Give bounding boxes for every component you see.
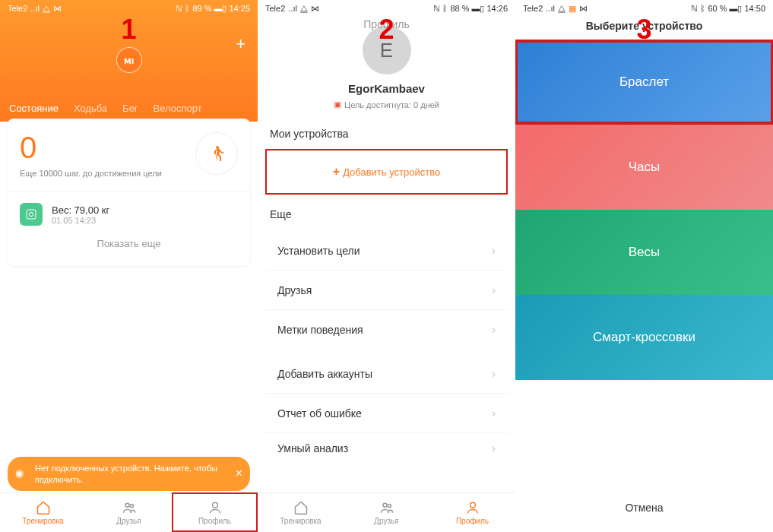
carrier-label: Tele2 [265,4,285,13]
svg-point-6 [383,503,387,507]
clock: 14:25 [229,4,250,13]
list-item-friends[interactable]: Друзья› [265,271,508,310]
my-devices-title: Мои устройства [258,117,515,146]
chevron-right-icon: › [492,407,496,420]
list-item-behavior[interactable]: Метки поведения› [265,310,508,350]
nav-profile-label: Профиль [198,517,231,525]
clock: 14:26 [486,4,508,13]
tile-label: Часы [629,160,661,175]
phone-screen-2: 2 Tele2 ..ıl ⧋ ⋈ ℕ ᛒ 88 % ▬▯ 14:26 Профи… [258,0,515,532]
cancel-button[interactable]: Отмена [515,483,773,532]
weight-row[interactable]: Вес: 79,00 кг 01.05 14:23 [20,203,238,226]
nav-profile[interactable]: Профиль [429,493,515,532]
nav-workout[interactable]: Тренировка [258,493,344,532]
svg-point-8 [470,502,475,508]
link-icon: ⋈ [53,4,62,14]
target-icon: ▣ [334,100,341,109]
phone-screen-3: 3 Tele2 ..ıl ⧋ ▦ ⋈ ℕ ᛒ 60 % ▬▯ 14:50 Выб… [515,0,773,532]
chevron-right-icon: › [492,283,496,297]
bottom-nav: Тренировка Друзья Профиль [0,492,258,532]
step-number-2: 2 [379,14,394,46]
chevron-right-icon: › [492,323,496,337]
sim-icon: ▦ [569,4,576,14]
carrier-label: Tele2 [8,4,27,13]
wifi-icon: ⧋ [43,4,50,14]
nfc-icon: ℕ [176,4,182,14]
nav-friends[interactable]: Друзья [344,493,429,532]
list-item-bug-report[interactable]: Отчет об ошибке› [265,394,508,433]
no-device-toast[interactable]: ◉ Нет подключенных устройств. Нажмите, ч… [8,457,250,491]
more-list-2: Добавить аккаунты› Отчет об ошибке› Умны… [265,354,508,464]
wifi-icon: ⧋ [300,4,308,14]
carrier-label: Tele2 [523,4,543,13]
clock: 14:50 [744,4,765,13]
device-tile-scale[interactable]: Весы [515,210,773,295]
svg-rect-1 [27,210,36,219]
link-icon: ⋈ [579,4,588,14]
user-name: EgorKambaev [258,82,515,95]
battery-icon: ▬▯ [729,4,742,14]
device-tile-watch[interactable]: Часы [515,125,773,210]
profile-icon [465,500,480,515]
chevron-right-icon: › [492,244,496,258]
bt-icon: ᛒ [700,4,705,13]
show-more-button[interactable]: Показать еще [20,226,238,252]
more-title: Еще [258,198,515,226]
profile-icon [208,500,223,515]
tile-label: Весы [629,245,661,260]
nav-profile[interactable]: Профиль [172,493,258,532]
weight-value: Вес: 79,00 кг [52,204,109,216]
add-device-button[interactable]: + Добавить устройство [265,149,508,195]
nav-friends-label: Друзья [116,517,141,525]
more-list-1: Установить цели› Друзья› Метки поведения… [265,231,508,350]
tile-label: Смарт-кроссовки [593,330,695,345]
nav-workout-label: Тренировка [22,517,63,525]
nav-workout-label: Тренировка [280,517,321,525]
svg-point-7 [388,504,391,507]
add-button[interactable]: + [236,34,246,54]
nfc-icon: ℕ [691,4,698,14]
link-icon: ⋈ [311,4,319,14]
steps-count: 0 [20,132,162,163]
friends-icon [122,500,137,515]
battery-pct: 89 % [192,4,211,13]
signal-icon: ..ıl [546,4,555,13]
battery-icon: ▬▯ [471,4,484,14]
signal-icon: ..ıl [288,4,297,13]
bottom-nav: Тренировка Друзья Профиль [258,492,515,532]
tile-label: Браслет [619,74,669,90]
bt-icon: ᛒ [442,4,448,13]
list-item-smart-analysis[interactable]: Умный анализ› [265,433,508,464]
device-tile-shoes[interactable]: Смарт-кроссовки [515,295,773,380]
list-item-goals[interactable]: Установить цели› [265,231,508,271]
chevron-right-icon: › [492,442,496,455]
walk-icon [195,132,238,175]
weight-date: 01.05 14:23 [52,216,109,225]
nfc-icon: ℕ [433,4,440,14]
bt-icon: ᛒ [185,4,190,13]
phone-screen-1: 1 Tele2 ..ıl ⧋ ⋈ ℕ ᛒ 89 % ▬▯ 14:25 + ᴍı … [0,0,258,532]
tab-state[interactable]: Состояние [9,103,59,114]
device-tile-band[interactable]: Браслет [515,40,773,125]
nav-friends-label: Друзья [374,517,398,525]
step-number-3: 3 [636,14,651,46]
scale-icon [20,203,43,226]
close-icon[interactable]: × [236,466,242,482]
list-item-accounts[interactable]: Добавить аккаунты› [265,354,508,394]
svg-point-2 [29,212,33,216]
nav-workout[interactable]: Тренировка [0,493,86,532]
tab-cycle[interactable]: Велоспорт [154,103,202,114]
friends-icon [379,500,394,515]
item-label: Отчет об ошибке [277,407,362,420]
battery-pct: 88 % [450,4,469,13]
steps-card[interactable]: 0 Еще 10000 шаг. до достижения цели Вес:… [8,119,250,266]
home-icon [293,500,309,515]
tab-walk[interactable]: Ходьба [74,103,107,114]
goal-text: Цель достигнута: 0 дней [344,100,439,109]
goal-reached: ▣ Цель достигнута: 0 дней [258,100,515,109]
mi-logo: ᴍı [116,47,142,73]
step-number-1: 1 [121,14,136,46]
svg-point-3 [125,503,129,507]
tab-run[interactable]: Бег [122,103,138,114]
nav-friends[interactable]: Друзья [86,493,172,532]
